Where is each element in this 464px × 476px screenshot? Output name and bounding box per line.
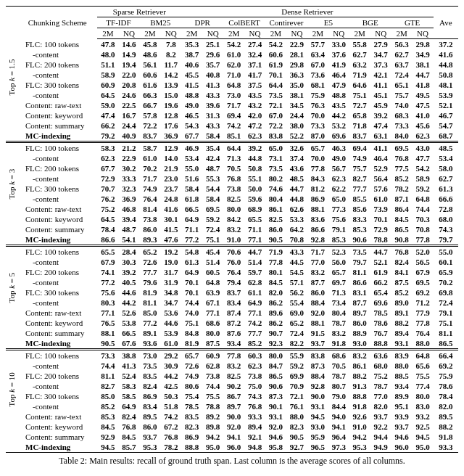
cell: 76.8	[244, 401, 265, 411]
cell: 83.2	[307, 267, 328, 277]
cell: 70.8	[286, 234, 307, 246]
col-scheme: Chunking Scheme	[17, 7, 97, 39]
cell: 89.6	[265, 308, 286, 318]
cell: 44.7	[244, 246, 265, 258]
group-label: Top k = 3	[6, 142, 17, 246]
cell: 66.5	[181, 204, 202, 214]
cell: 42.1	[370, 70, 392, 80]
cell: 57.8	[139, 110, 160, 120]
row-label: -content	[17, 153, 97, 163]
cell: 63.1	[370, 131, 392, 142]
cell: 73.8	[139, 214, 160, 224]
cell: 76.4	[223, 267, 244, 277]
cell: 45.5	[181, 70, 202, 80]
cell: 65.4	[370, 287, 392, 298]
cell: 89.2	[202, 411, 223, 422]
cell: 94.1	[223, 432, 244, 442]
cell: 61.0	[370, 194, 392, 204]
table-row: -content67.930.372.619.061.351.476.051.4…	[6, 257, 458, 267]
cell: 61.0	[139, 153, 160, 163]
cell: 62.6	[286, 204, 307, 214]
cell: 44.2	[328, 110, 349, 120]
cell: 84.2	[223, 214, 244, 224]
cell: 97.3	[328, 442, 349, 452]
cell: 85.5	[349, 194, 370, 204]
cell: 83.0	[413, 401, 434, 411]
cell: 88.9	[349, 328, 370, 338]
cell: 76.8	[118, 422, 139, 432]
row-label: FLC: 100 tokens	[17, 350, 97, 361]
table-row: Content: keyword47.416.757.812.846.531.3…	[6, 110, 458, 120]
cell: 33.3	[118, 173, 139, 184]
cell: 80.7	[328, 381, 349, 391]
cell: 77.4	[413, 381, 434, 391]
cell: 86.0	[349, 318, 370, 328]
cell: 51.4	[244, 257, 265, 267]
row-label: FLC: 300 tokens	[17, 391, 97, 401]
cell: 55.9	[286, 350, 307, 361]
cell: 82.3	[286, 422, 307, 432]
cell: 95.0	[413, 442, 434, 452]
cell: 68.0	[370, 361, 392, 371]
cell: 45.9	[370, 100, 392, 110]
cell: 61.1	[244, 287, 265, 298]
cell: 94.5	[307, 411, 328, 422]
cell: 19.6	[160, 100, 181, 110]
cell: 36.9	[160, 131, 181, 142]
row-label: -content	[17, 90, 97, 100]
cell: 74.2	[223, 120, 244, 131]
cell: 39.4	[118, 214, 139, 224]
cell: 69.9	[286, 371, 307, 381]
cell: 50.8	[244, 163, 265, 173]
row-label: MC-indexing	[17, 338, 97, 350]
cell: 96.0	[392, 442, 413, 452]
cell: 81.9	[139, 287, 160, 298]
cell: 77.0	[370, 391, 392, 401]
row-label: -content	[17, 298, 97, 308]
cell: 70.1	[370, 214, 392, 224]
col-method: TF-IDF	[97, 17, 139, 28]
cell: 86.0	[307, 287, 328, 298]
cell: 65.2	[139, 246, 160, 258]
cell: 50.0	[244, 184, 265, 194]
cell: 89.7	[349, 308, 370, 318]
cell-ave: 79.7	[434, 234, 458, 246]
cell: 64.9	[181, 214, 202, 224]
cell: 70.1	[181, 277, 202, 287]
cell: 54.8	[181, 246, 202, 258]
cell: 58.9	[97, 70, 118, 80]
cell: 46.3	[328, 142, 349, 154]
cell: 74.9	[181, 371, 202, 381]
cell: 67.9	[97, 257, 118, 267]
cell: 62.7	[349, 49, 370, 60]
cell: 74.4	[202, 381, 223, 391]
cell: 72.1	[265, 100, 286, 110]
cell: 62.7	[392, 49, 413, 60]
cell: 38.8	[118, 350, 139, 361]
cell: 90.7	[265, 328, 286, 338]
cell: 41.1	[370, 80, 392, 90]
cell: 68.9	[244, 204, 265, 214]
cell: 83.5	[181, 411, 202, 422]
cell: 85.2	[392, 173, 413, 184]
cell: 21.9	[160, 163, 181, 173]
cell: 86.5	[392, 224, 413, 234]
cell: 95.8	[265, 442, 286, 452]
cell: 28.4	[118, 246, 139, 258]
table-row: MC-indexing90.567.693.661.081.987.593.48…	[6, 338, 458, 350]
cell: 71.0	[223, 70, 244, 80]
cell: 41.5	[160, 224, 181, 234]
cell: 92.1	[244, 432, 265, 442]
cell: 40.5	[118, 277, 139, 287]
cell: 76.5	[97, 318, 118, 328]
cell: 94.6	[265, 432, 286, 442]
cell: 74.4	[97, 361, 118, 371]
cell: 75.7	[392, 90, 413, 100]
cell: 66.2	[370, 277, 392, 287]
cell: 60.9	[202, 350, 223, 361]
cell: 82.2	[286, 338, 307, 350]
cell: 44.2	[160, 371, 181, 381]
row-label: -content	[17, 49, 97, 60]
cell-ave: 61.3	[434, 184, 458, 194]
cell: 32.6	[286, 142, 307, 154]
